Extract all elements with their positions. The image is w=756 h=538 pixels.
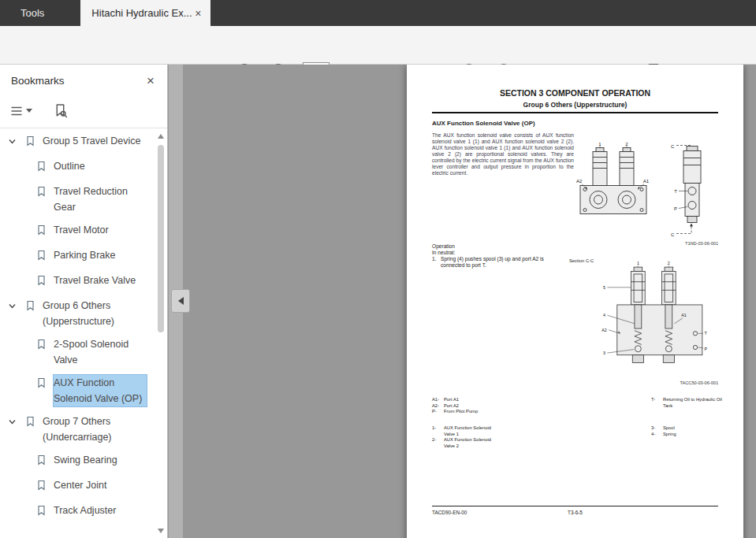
svg-text:1: 1 (637, 261, 639, 265)
fig2-caption: TACC50-03-06-001 (680, 380, 718, 385)
tab-document[interactable]: Hitachi Hydraulic Ex... × (80, 0, 210, 26)
window-tab-bar: Tools Hitachi Hydraulic Ex... × (0, 0, 756, 26)
bookmark-label: Group 7 Others (Undercarriage) (43, 414, 147, 445)
bookmark-icon (36, 247, 54, 265)
document-viewport: SECTION 3 COMPONENT OPERATION Group 6 Ot… (169, 65, 756, 538)
bookmark-label: Track Adjuster (54, 503, 147, 518)
bookmark-icon (25, 298, 43, 316)
bookmark-label: Travel Brake Valve (54, 273, 147, 288)
app-window: { "tabs": { "tools": "Tools", "document"… (0, 0, 756, 538)
tab-close-icon[interactable]: × (193, 7, 203, 20)
bookmarks-panel-title: Bookmarks (11, 75, 65, 87)
bookmark-center-joint[interactable]: Center Joint (0, 474, 156, 499)
body-paragraph: The AUX function solenoid valve consists… (432, 132, 574, 176)
tab-document-label: Hitachi Hydraulic Ex... (91, 7, 192, 19)
bookmark-label: Group 6 Others (Upperstructure) (43, 298, 147, 329)
tab-tools-label: Tools (20, 7, 44, 19)
svg-text:T: T (674, 189, 677, 194)
bookmark-icon (25, 133, 43, 151)
step-number: 1. (432, 256, 441, 269)
svg-text:2: 2 (668, 261, 670, 265)
bookmark-icon (36, 158, 54, 176)
bookmark-label-selected: AUX Function Solenoid Valve (OP) (54, 375, 147, 406)
bookmark-icon (36, 452, 54, 470)
chevron-left-icon (178, 297, 184, 305)
bookmark-label: Outline (54, 158, 147, 174)
fig2-section-diagram: 1 2 5 4 (598, 254, 720, 379)
bookmark-icon (36, 184, 54, 202)
bookmark-aux-function-solenoid-valve[interactable]: AUX Function Solenoid Valve (OP) (0, 372, 156, 410)
svg-text:A1: A1 (681, 313, 687, 317)
footer-rule (432, 506, 718, 506)
svg-text:P: P (705, 347, 708, 351)
svg-text:1: 1 (598, 142, 601, 147)
bookmark-track-adjuster[interactable]: Track Adjuster (0, 499, 156, 525)
svg-text:4: 4 (603, 313, 605, 317)
bookmark-label: Travel Motor (54, 222, 147, 238)
chevron-down-icon[interactable] (8, 298, 25, 310)
header-rule (432, 112, 718, 113)
svg-text:T: T (705, 331, 708, 336)
scrollbar-thumb[interactable] (158, 145, 164, 332)
page-footer-code: TACD90-EN-00 (432, 510, 467, 515)
bookmark-group-5[interactable]: Group 5 Travel Device (0, 130, 156, 155)
svg-text:A1: A1 (643, 179, 650, 184)
bookmark-icon (25, 414, 43, 432)
topic-heading: AUX Function Solenoid Valve (OP) (432, 120, 535, 127)
svg-text:2: 2 (625, 142, 628, 147)
bookmark-options-button[interactable] (6, 102, 35, 120)
bookmark-label: Group 5 Travel Device (43, 133, 147, 149)
operation-state: In neutral: (432, 250, 564, 256)
bookmark-travel-reduction-gear[interactable]: Travel Reduction Gear (0, 180, 156, 219)
bookmark-label: Parking Brake (54, 247, 147, 263)
bookmark-icon (36, 222, 54, 240)
fig1-valve-diagram: 1 2 A2 A1 C (576, 140, 718, 239)
svg-text:C: C (671, 144, 675, 149)
bookmark-outline[interactable]: Outline (0, 155, 156, 180)
main-toolbar: / 324 46.7% (0, 26, 756, 65)
pdf-page: SECTION 3 COMPONENT OPERATION Group 6 Ot… (407, 65, 743, 538)
collapse-panel-button[interactable] (171, 289, 190, 313)
bookmark-label: 2-Spool Solenoid Valve (54, 336, 147, 368)
svg-text:P: P (674, 206, 677, 211)
bookmark-travel-motor[interactable]: Travel Motor (0, 219, 156, 244)
figure-legend: A1-Port A1 A2-Port A2 P-From Pilot Pump … (432, 397, 746, 454)
svg-text:3: 3 (603, 351, 605, 355)
operation-block: Operation In neutral: 1. Spring (4) push… (432, 243, 564, 269)
bookmark-group-7[interactable]: Group 7 Others (Undercarriage) (0, 410, 156, 449)
tab-tools[interactable]: Tools (0, 0, 65, 26)
bookmark-label: Center Joint (54, 477, 147, 493)
page-section-header: SECTION 3 COMPONENT OPERATION (407, 88, 743, 98)
page-group-header: Group 6 Others (Upperstructure) (407, 101, 743, 109)
scroll-up-icon[interactable] (158, 134, 164, 139)
svg-text:C: C (671, 232, 675, 237)
fig2-section-label: Section C-C (569, 258, 594, 263)
svg-text:A2: A2 (576, 179, 583, 184)
bookmark-icon (36, 503, 54, 521)
sidebar-scrollbar[interactable] (156, 131, 166, 536)
find-current-bookmark-button[interactable] (50, 102, 71, 120)
step-text: Spring (4) pushes spool (3) up and port … (441, 256, 564, 269)
chevron-down-icon[interactable] (8, 414, 25, 426)
bookmark-2-spool-solenoid-valve[interactable]: 2-Spool Solenoid Valve (0, 333, 156, 372)
chevron-down-icon (26, 109, 32, 113)
bookmark-travel-brake-valve[interactable]: Travel Brake Valve (0, 269, 156, 295)
svg-text:5: 5 (603, 285, 605, 290)
svg-text:A2: A2 (601, 328, 607, 332)
bookmarks-tree: Group 5 Travel Device Outline Travel Red… (0, 130, 156, 538)
chevron-down-icon[interactable] (8, 133, 25, 146)
panel-close-icon[interactable]: × (147, 74, 155, 87)
fig1-caption: T1ND-03-06-001 (685, 241, 718, 246)
operation-title: Operation (432, 243, 564, 250)
bookmark-swing-bearing[interactable]: Swing Bearing (0, 449, 156, 474)
bookmark-icon (36, 336, 54, 354)
scroll-down-icon[interactable] (158, 529, 164, 533)
bookmark-icon (36, 477, 54, 495)
bookmark-group-6[interactable]: Group 6 Others (Upperstructure) (0, 295, 156, 333)
bookmark-label: Travel Reduction Gear (54, 184, 147, 215)
bookmark-icon (36, 273, 54, 291)
bookmark-label: Swing Bearing (54, 452, 147, 468)
bookmarks-panel: Bookmarks × Group 5 Travel Device Outlin… (0, 65, 168, 538)
bookmark-parking-brake[interactable]: Parking Brake (0, 244, 156, 269)
bookmark-icon (36, 375, 54, 393)
